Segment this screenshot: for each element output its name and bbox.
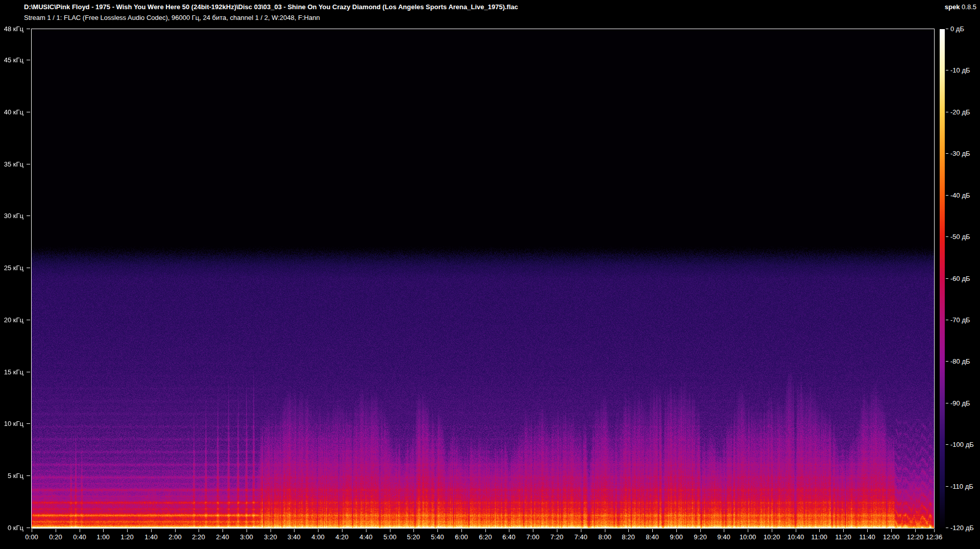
x-axis-tick (934, 529, 935, 532)
y-axis-tick-label: 25 кГц (0, 264, 23, 272)
x-axis-tick (175, 529, 176, 532)
x-axis-tick (318, 529, 318, 532)
legend-tick-label: -60 дБ (950, 275, 970, 283)
spectrogram-canvas (32, 29, 934, 528)
y-axis-tick (27, 320, 30, 320)
x-axis-tick (247, 529, 247, 532)
legend-tick-label: -30 дБ (950, 150, 970, 158)
spectrogram-frame (31, 29, 935, 529)
x-axis-tick (867, 529, 868, 532)
y-axis-tick (27, 60, 30, 60)
legend-tick (946, 278, 948, 279)
y-axis-tick-label: 10 кГц (0, 420, 23, 428)
x-axis-tick (461, 529, 462, 532)
x-axis-tick (199, 529, 199, 532)
y-axis-tick-label: 20 кГц (0, 316, 23, 324)
x-axis-tick (413, 529, 414, 532)
legend-tick (946, 528, 948, 528)
x-axis-tick (437, 529, 438, 532)
legend-tick-label: -20 дБ (950, 108, 970, 116)
app-name: spek (945, 3, 960, 11)
x-axis-tick (103, 529, 104, 532)
legend-tick (946, 195, 948, 196)
y-axis-tick (27, 528, 30, 528)
y-axis-tick-label: 0 кГц (0, 524, 23, 532)
y-axis-tick-label: 5 кГц (0, 472, 23, 480)
legend-tick (946, 444, 948, 445)
x-axis-tick (796, 529, 796, 532)
x-axis-tick (557, 529, 557, 532)
x-axis-tick (151, 529, 152, 532)
y-axis-tick (27, 164, 30, 164)
spek-window: D:\MUSIC\Pink Floyd - 1975 - Wish You We… (0, 0, 980, 549)
x-axis-tick (652, 529, 653, 532)
x-axis-tick (485, 529, 486, 532)
legend-tick-label: -100 дБ (950, 441, 974, 449)
x-axis-tick-label: 12:36 (918, 533, 950, 541)
legend-tick (946, 361, 948, 362)
y-axis-tick-label: 30 кГц (0, 212, 23, 220)
y-axis-tick (27, 475, 30, 476)
y-axis-tick-label: 15 кГц (0, 368, 23, 376)
x-axis-tick (605, 529, 605, 532)
legend-tick-label: -120 дБ (950, 524, 974, 532)
x-axis-tick (509, 529, 509, 532)
y-axis-tick (27, 423, 30, 424)
legend-tick (946, 403, 948, 403)
x-axis-tick (127, 529, 128, 532)
x-axis-tick (676, 529, 677, 532)
legend-tick-label: -90 дБ (950, 399, 970, 408)
x-axis-tick (843, 529, 844, 532)
stream-info: Stream 1 / 1: FLAC (Free Lossless Audio … (24, 14, 320, 21)
x-axis-tick (724, 529, 724, 532)
x-axis-tick (628, 529, 629, 532)
legend-tick (946, 320, 948, 320)
x-axis-tick (342, 529, 342, 532)
x-axis-tick (390, 529, 390, 532)
y-axis-tick (27, 29, 30, 29)
x-axis-tick (581, 529, 581, 532)
legend-tick-label: -70 дБ (950, 316, 970, 324)
legend-tick-label: -110 дБ (950, 483, 973, 491)
legend-tick-label: 0 дБ (950, 25, 964, 33)
legend-tick-label: -50 дБ (950, 233, 970, 241)
x-axis-tick (56, 529, 56, 532)
y-axis-tick-label: 48 кГц (0, 25, 23, 33)
x-axis-tick (533, 529, 533, 532)
x-axis-tick (80, 529, 80, 532)
x-axis-tick (271, 529, 271, 532)
x-axis-tick (772, 529, 772, 532)
legend-tick-label: -80 дБ (950, 357, 970, 366)
legend-tick-label: -40 дБ (950, 192, 970, 200)
legend-tick (946, 236, 948, 237)
legend-tick (946, 29, 948, 29)
x-axis-tick (891, 529, 892, 532)
y-axis-tick-label: 35 кГц (0, 160, 23, 169)
x-axis-tick (748, 529, 748, 532)
legend-tick (946, 153, 948, 154)
x-axis-tick (294, 529, 295, 532)
x-axis-tick (32, 529, 32, 532)
y-axis-tick (27, 268, 30, 268)
legend-tick-label: -10 дБ (950, 66, 970, 75)
x-axis-tick (223, 529, 223, 532)
y-axis-tick (27, 216, 30, 216)
y-axis-tick-label: 45 кГц (0, 56, 23, 64)
file-path-title: D:\MUSIC\Pink Floyd - 1975 - Wish You We… (24, 3, 518, 11)
legend-gradient-bar (940, 29, 945, 528)
y-axis-tick-label: 40 кГц (0, 108, 23, 116)
legend-tick (946, 486, 948, 487)
app-version-number: 0.8.5 (962, 3, 976, 11)
y-axis-tick (27, 112, 30, 112)
x-axis-tick (366, 529, 366, 532)
app-version: spek 0.8.5 (945, 3, 976, 11)
legend-tick (946, 112, 948, 112)
x-axis-tick (915, 529, 916, 532)
y-axis-tick (27, 372, 30, 372)
x-axis-tick (819, 529, 820, 532)
x-axis-tick (700, 529, 701, 532)
legend-tick (946, 70, 948, 70)
